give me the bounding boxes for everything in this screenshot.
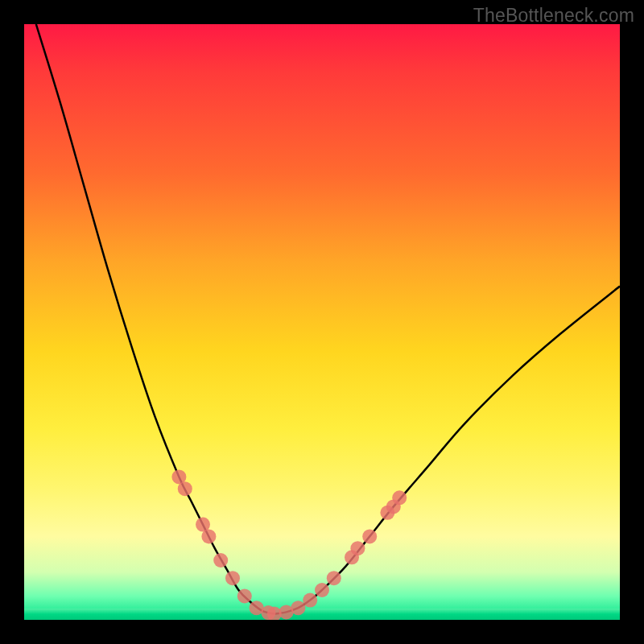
data-marker bbox=[291, 601, 305, 615]
chart-svg bbox=[24, 24, 620, 620]
curve-left-branch bbox=[36, 24, 275, 614]
data-marker bbox=[178, 481, 192, 496]
curve-right-branch bbox=[275, 287, 620, 614]
data-marker bbox=[315, 583, 329, 597]
watermark-text: TheBottleneck.com bbox=[473, 5, 634, 27]
data-marker bbox=[225, 571, 240, 585]
data-marker bbox=[327, 571, 341, 585]
data-marker bbox=[392, 490, 407, 505]
data-marker bbox=[213, 553, 228, 568]
data-marker bbox=[201, 529, 216, 543]
data-marker bbox=[303, 593, 317, 608]
data-marker bbox=[237, 588, 252, 603]
data-marker bbox=[350, 541, 365, 555]
data-marker bbox=[362, 529, 377, 543]
chart-plot-area bbox=[24, 24, 620, 620]
marker-group bbox=[171, 469, 407, 620]
